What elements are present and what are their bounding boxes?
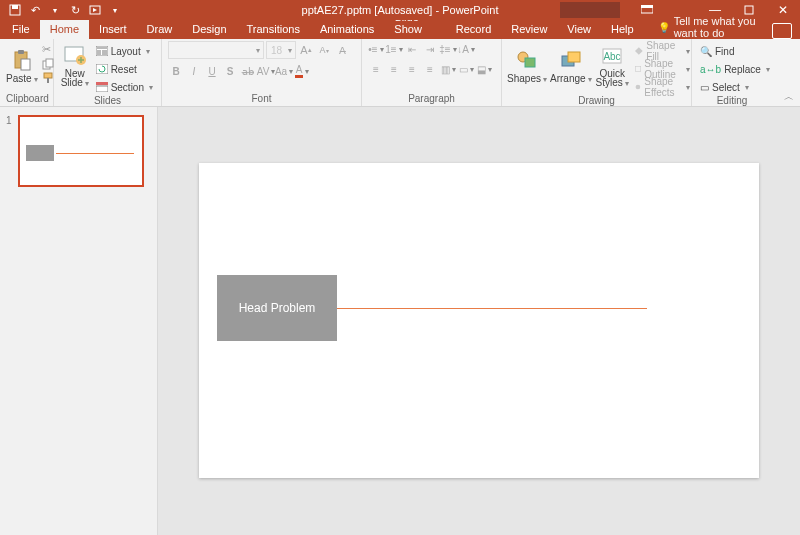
columns-icon[interactable]: ▥: [440, 61, 456, 77]
save-icon[interactable]: [8, 3, 22, 17]
paste-button[interactable]: Paste: [6, 41, 38, 91]
group-slides: New Slide Layout Reset Section Slides: [54, 39, 162, 106]
group-clipboard: Paste ✂ Clipboard: [0, 39, 54, 106]
reset-button[interactable]: Reset: [94, 61, 155, 77]
slide-divider-line[interactable]: [337, 308, 647, 309]
tab-design[interactable]: Design: [182, 20, 236, 39]
account-area[interactable]: [560, 2, 620, 18]
tab-review[interactable]: Review: [501, 20, 557, 39]
svg-rect-5: [745, 6, 753, 14]
shapes-icon: [515, 48, 539, 72]
select-label: Select: [712, 82, 740, 93]
align-text-icon[interactable]: ▭: [458, 61, 474, 77]
align-right-icon[interactable]: ≡: [404, 61, 420, 77]
increase-font-icon[interactable]: A▴: [298, 42, 314, 58]
align-center-icon[interactable]: ≡: [386, 61, 402, 77]
font-size-combo[interactable]: 18▾: [266, 41, 296, 59]
increase-indent-icon[interactable]: ⇥: [422, 41, 438, 57]
group-paragraph-label: Paragraph: [368, 93, 495, 106]
qat-customize-icon[interactable]: ▾: [108, 3, 122, 17]
font-name-combo[interactable]: ▾: [168, 41, 264, 59]
tab-draw[interactable]: Draw: [137, 20, 183, 39]
underline-icon[interactable]: U: [204, 63, 220, 79]
decrease-indent-icon[interactable]: ⇤: [404, 41, 420, 57]
format-painter-icon[interactable]: [42, 72, 54, 84]
arrange-button[interactable]: Arrange: [550, 41, 592, 91]
align-left-icon[interactable]: ≡: [368, 61, 384, 77]
tab-record[interactable]: Record: [446, 20, 501, 39]
ribbon-display-options-icon[interactable]: [634, 0, 660, 20]
cut-icon[interactable]: ✂: [42, 43, 54, 56]
tell-me-label: Tell me what you want to do: [674, 15, 772, 39]
tab-animations[interactable]: Animations: [310, 20, 384, 39]
tab-home[interactable]: Home: [40, 20, 89, 39]
start-from-beginning-icon[interactable]: [88, 3, 102, 17]
thumb-number: 1: [6, 115, 14, 187]
tab-view[interactable]: View: [557, 20, 601, 39]
undo-more-icon[interactable]: ▾: [48, 3, 62, 17]
text-direction-icon[interactable]: ↓A: [458, 41, 474, 57]
undo-icon[interactable]: ↶: [28, 3, 42, 17]
tab-transitions[interactable]: Transitions: [237, 20, 310, 39]
smart-art-icon[interactable]: ⬓: [476, 61, 492, 77]
slide-editor[interactable]: Head Problem: [158, 107, 800, 535]
char-spacing-icon[interactable]: AV: [258, 63, 274, 79]
collapse-ribbon-icon[interactable]: ︿: [784, 90, 794, 104]
share-button[interactable]: [772, 23, 792, 39]
group-paragraph: •≡ 1≡ ⇤ ⇥ ‡≡ ↓A ≡ ≡ ≡ ≡ ▥ ▭ ⬓ Paragra: [362, 39, 502, 106]
quick-access-toolbar: ↶ ▾ ↻ ▾: [0, 3, 122, 17]
line-spacing-icon[interactable]: ‡≡: [440, 41, 456, 57]
tab-help[interactable]: Help: [601, 20, 644, 39]
group-font: ▾ 18▾ A▴ A▾ A̶ B I U S a̶b̶ AV Aa A F: [162, 39, 362, 106]
bold-icon[interactable]: B: [168, 63, 184, 79]
replace-button[interactable]: a↔bReplace: [698, 61, 772, 77]
section-button[interactable]: Section: [94, 79, 155, 95]
new-slide-button[interactable]: New Slide: [60, 41, 90, 91]
bullets-icon[interactable]: •≡: [368, 41, 384, 57]
lightbulb-icon: 💡: [658, 22, 670, 33]
shapes-label: Shapes: [507, 73, 547, 84]
group-slides-label: Slides: [60, 95, 155, 108]
svg-rect-16: [97, 47, 107, 49]
slide-title-box[interactable]: Head Problem: [217, 275, 337, 341]
quick-styles-icon: Abc: [600, 44, 624, 68]
find-button[interactable]: 🔍Find: [698, 43, 772, 59]
slide-thumbnail-panel: 1: [0, 107, 158, 535]
thumb-line: [56, 153, 134, 154]
slide-canvas[interactable]: Head Problem: [199, 163, 759, 478]
quick-styles-button[interactable]: Abc Quick Styles: [596, 41, 629, 91]
numbering-icon[interactable]: 1≡: [386, 41, 402, 57]
clear-formatting-icon[interactable]: A̶: [334, 42, 350, 58]
decrease-font-icon[interactable]: A▾: [316, 42, 332, 58]
tab-file[interactable]: File: [2, 20, 40, 39]
layout-button[interactable]: Layout: [94, 43, 155, 59]
tab-insert[interactable]: Insert: [89, 20, 137, 39]
svg-rect-18: [102, 50, 107, 55]
redo-icon[interactable]: ↻: [68, 3, 82, 17]
arrange-label: Arrange: [550, 73, 592, 84]
change-case-icon[interactable]: Aa: [276, 63, 292, 79]
shape-fill-button[interactable]: Shape Fill: [633, 43, 692, 59]
paste-icon: [10, 48, 34, 72]
shapes-button[interactable]: Shapes: [508, 41, 546, 91]
svg-rect-7: [18, 50, 24, 54]
justify-icon[interactable]: ≡: [422, 61, 438, 77]
copy-icon[interactable]: [42, 58, 54, 70]
svg-point-29: [635, 85, 640, 90]
font-color-icon[interactable]: A: [294, 63, 310, 79]
strike-icon[interactable]: a̶b̶: [240, 63, 256, 79]
italic-icon[interactable]: I: [186, 63, 202, 79]
tell-me-search[interactable]: 💡 Tell me what you want to do: [658, 15, 772, 39]
title-aux-controls: [634, 0, 660, 20]
shape-effects-button[interactable]: Shape Effects: [633, 79, 692, 95]
shadow-icon[interactable]: S: [222, 63, 238, 79]
group-clipboard-label: Clipboard: [6, 93, 47, 106]
group-drawing: Shapes Arrange Abc Quick Styles Shape Fi…: [502, 39, 692, 106]
shape-outline-button[interactable]: Shape Outline: [633, 61, 692, 77]
window-title: pptAE27.pptm [Autosaved] - PowerPoint: [302, 4, 499, 16]
svg-rect-23: [525, 58, 535, 67]
thumb-shape: [26, 145, 54, 161]
workspace: 1 Head Problem: [0, 107, 800, 535]
slide-thumbnail-1[interactable]: 1: [6, 115, 151, 187]
select-button[interactable]: ▭Select: [698, 79, 772, 95]
